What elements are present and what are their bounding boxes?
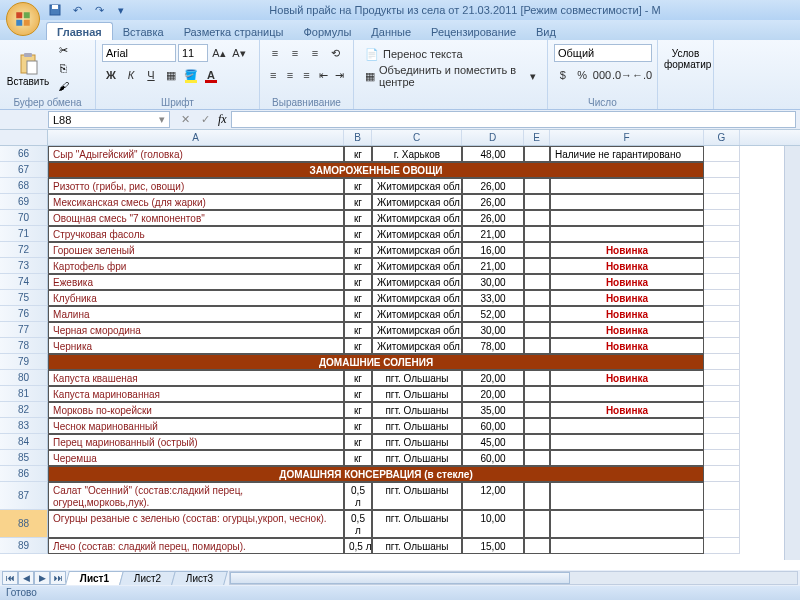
section-header[interactable]: ДОМАШНИЕ СОЛЕНИЯ	[48, 354, 704, 370]
cell[interactable]: Житомирская обл.	[372, 226, 462, 242]
cell[interactable]: Житомирская обл.	[372, 178, 462, 194]
italic-icon[interactable]: К	[122, 66, 140, 84]
row-header[interactable]: 71	[0, 226, 48, 242]
cell[interactable]	[704, 434, 740, 450]
cell[interactable]: кг	[344, 146, 372, 162]
cell[interactable]	[524, 306, 550, 322]
row-header[interactable]: 67	[0, 162, 48, 178]
cell[interactable]	[524, 538, 550, 554]
cell[interactable]	[524, 370, 550, 386]
cell[interactable]: Черемша	[48, 450, 344, 466]
cell[interactable]	[524, 242, 550, 258]
col-header-A[interactable]: A	[48, 130, 344, 145]
cell[interactable]: 30,00	[462, 274, 524, 290]
ribbon-tab-2[interactable]: Разметка страницы	[174, 23, 294, 40]
cell[interactable]	[704, 450, 740, 466]
cell[interactable]	[704, 322, 740, 338]
cell[interactable]	[550, 482, 704, 510]
format-painter-icon[interactable]: 🖌	[54, 78, 72, 94]
row-header[interactable]: 79	[0, 354, 48, 370]
cell[interactable]: 78,00	[462, 338, 524, 354]
cell[interactable]: 26,00	[462, 194, 524, 210]
orientation-icon[interactable]: ⟲	[326, 44, 344, 62]
cell[interactable]: кг	[344, 450, 372, 466]
cell[interactable]: Житомирская обл.	[372, 242, 462, 258]
cell[interactable]: кг	[344, 274, 372, 290]
row-header[interactable]: 77	[0, 322, 48, 338]
name-box[interactable]: L88 ▾	[48, 111, 170, 128]
cell[interactable]	[550, 450, 704, 466]
cell[interactable]: Новинка	[550, 242, 704, 258]
cut-icon[interactable]: ✂	[54, 42, 72, 58]
tab-nav-prev-icon[interactable]: ◀	[18, 571, 34, 585]
cell[interactable]	[704, 538, 740, 554]
cell[interactable]: пгт. Ольшаны	[372, 538, 462, 554]
cell[interactable]	[704, 466, 740, 482]
cell[interactable]: Перец маринованный (острый)	[48, 434, 344, 450]
sheet-tab[interactable]: Лист2	[119, 571, 176, 585]
cell[interactable]	[704, 274, 740, 290]
align-middle-icon[interactable]: ≡	[286, 44, 304, 62]
ribbon-tab-4[interactable]: Данные	[361, 23, 421, 40]
cell[interactable]: пгт. Ольшаны	[372, 450, 462, 466]
cell[interactable]	[704, 146, 740, 162]
cell[interactable]	[704, 482, 740, 510]
cell[interactable]: кг	[344, 434, 372, 450]
namebox-dropdown-icon[interactable]: ▾	[159, 113, 165, 126]
cell[interactable]: Новинка	[550, 402, 704, 418]
cell[interactable]: г. Харьков	[372, 146, 462, 162]
cell[interactable]: Клубника	[48, 290, 344, 306]
cell[interactable]: Стручковая фасоль	[48, 226, 344, 242]
undo-icon[interactable]: ↶	[68, 2, 86, 18]
ribbon-tab-1[interactable]: Вставка	[113, 23, 174, 40]
cell[interactable]	[524, 194, 550, 210]
save-icon[interactable]	[46, 2, 64, 18]
cell[interactable]	[524, 322, 550, 338]
cell[interactable]: Житомирская обл.	[372, 338, 462, 354]
cell[interactable]: 30,00	[462, 322, 524, 338]
cell[interactable]: Картофель фри	[48, 258, 344, 274]
row-header[interactable]: 87	[0, 482, 48, 510]
col-header-F[interactable]: F	[550, 130, 704, 145]
cell[interactable]: Огурцы резаные с зеленью (состав: огурцы…	[48, 510, 344, 538]
row-header[interactable]: 74	[0, 274, 48, 290]
cell[interactable]	[704, 402, 740, 418]
cell[interactable]: Житомирская обл.	[372, 290, 462, 306]
ribbon-tab-0[interactable]: Главная	[46, 22, 113, 40]
cell[interactable]: 60,00	[462, 450, 524, 466]
row-header[interactable]: 76	[0, 306, 48, 322]
row-header[interactable]: 84	[0, 434, 48, 450]
cell[interactable]	[524, 226, 550, 242]
cell[interactable]: Ризотто (грибы, рис, овощи)	[48, 178, 344, 194]
fx-icon[interactable]: fx	[218, 112, 227, 127]
cell[interactable]: 10,00	[462, 510, 524, 538]
cell[interactable]	[704, 510, 740, 538]
cell[interactable]	[704, 370, 740, 386]
cell[interactable]: кг	[344, 386, 372, 402]
align-bottom-icon[interactable]: ≡	[306, 44, 324, 62]
merge-center-button[interactable]: ▦Объединить и поместить в центре ▾	[360, 66, 541, 86]
cell[interactable]: Морковь по-корейски	[48, 402, 344, 418]
row-header[interactable]: 86	[0, 466, 48, 482]
cell[interactable]: 26,00	[462, 178, 524, 194]
cell[interactable]: Лечо (состав: сладкий перец, помидоры).	[48, 538, 344, 554]
cell[interactable]	[550, 226, 704, 242]
row-header[interactable]: 89	[0, 538, 48, 554]
cell[interactable]: Житомирская обл.	[372, 194, 462, 210]
cell[interactable]: Ежевика	[48, 274, 344, 290]
cell[interactable]	[704, 258, 740, 274]
cell[interactable]: кг	[344, 226, 372, 242]
row-header[interactable]: 73	[0, 258, 48, 274]
cell[interactable]: Новинка	[550, 290, 704, 306]
cell[interactable]: 26,00	[462, 210, 524, 226]
cell[interactable]	[550, 510, 704, 538]
cell[interactable]: Малина	[48, 306, 344, 322]
office-button[interactable]	[6, 2, 40, 36]
cell[interactable]	[704, 162, 740, 178]
cell[interactable]	[550, 210, 704, 226]
cell[interactable]: пгт. Ольшаны	[372, 370, 462, 386]
ribbon-tab-5[interactable]: Рецензирование	[421, 23, 526, 40]
cells-grid[interactable]: Сыр "Адыгейский" (головка)кгг. Харьков48…	[48, 146, 740, 554]
cell[interactable]	[704, 178, 740, 194]
row-header[interactable]: 68	[0, 178, 48, 194]
